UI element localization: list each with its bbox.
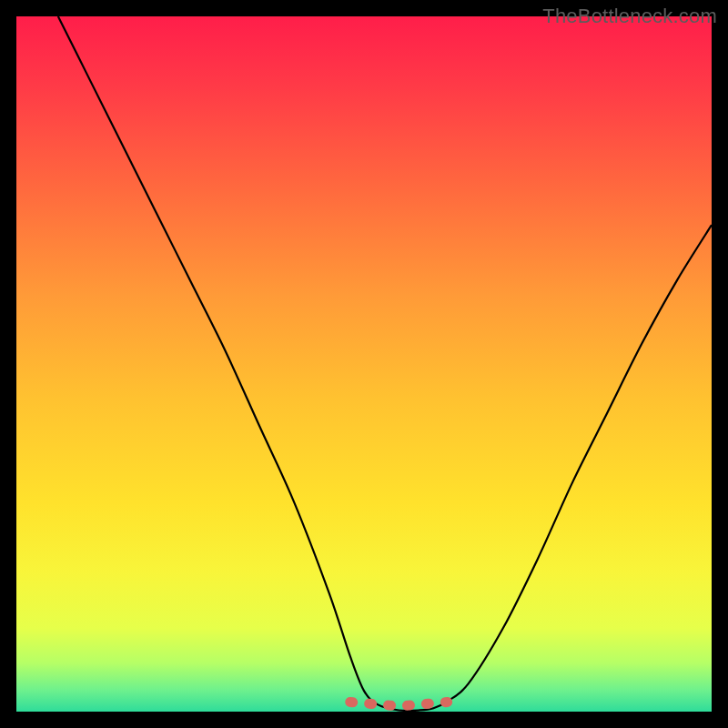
chart-frame [16,16,712,712]
bottleneck-chart [16,16,712,712]
watermark-text: TheBottleneck.com [542,5,717,28]
gradient-background [16,16,712,712]
